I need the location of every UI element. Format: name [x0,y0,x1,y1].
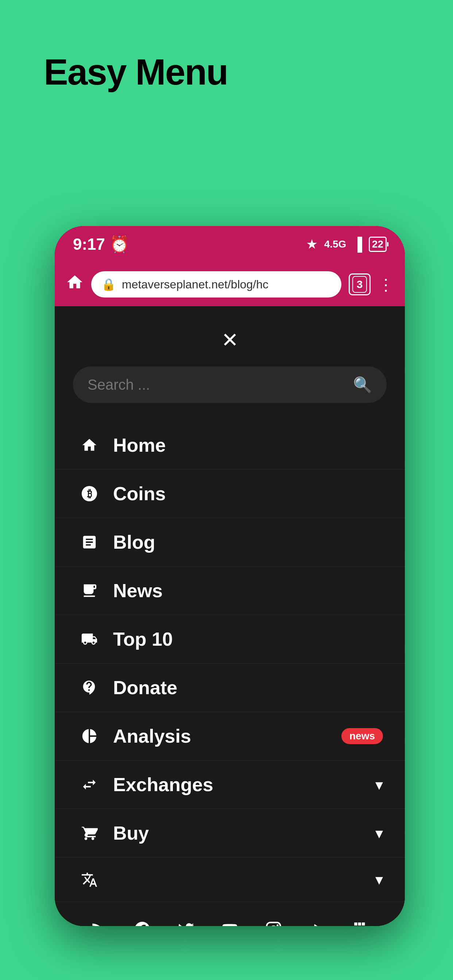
buy-chevron-icon: ▾ [375,824,383,842]
bitcoin-icon: ₿ [77,485,102,502]
instagram-icon[interactable] [265,920,283,926]
cart-icon [77,825,102,842]
menu-label-top10: Top 10 [113,628,383,650]
browser-bar: 🔒 metaverseplanet.net/blog/hc 3 ⋮ [55,262,405,306]
search-input[interactable] [88,377,346,393]
donate-icon [77,679,102,696]
menu-panel: ✕ 🔍 Home ₿ Coins [55,306,405,926]
analysis-badge: news [341,728,383,744]
menu-item-top10[interactable]: Top 10 [55,615,405,663]
menu-item-buy[interactable]: Buy ▾ [55,809,405,858]
url-bar[interactable]: 🔒 metaverseplanet.net/blog/hc [91,271,341,298]
alarm-icon: ⏰ [109,235,129,254]
url-text: metaverseplanet.net/blog/hc [122,278,331,291]
youtube-icon[interactable] [221,920,239,926]
bluetooth-icon: ★ [306,237,318,252]
time-display: 9:17 [73,235,105,253]
menu-item-coins[interactable]: ₿ Coins [55,469,405,518]
browser-menu-button[interactable]: ⋮ [378,275,394,294]
menu-label-coins: Coins [113,483,383,504]
battery-icon: 22 [369,237,387,252]
menu-label-exchanges: Exchanges [113,774,375,795]
menu-item-blog[interactable]: Blog [55,518,405,566]
browser-home-button[interactable] [65,273,84,296]
menu-item-analysis[interactable]: Analysis news [55,712,405,760]
battery-level: 22 [372,239,383,250]
page-title: Easy Menu [44,51,228,93]
menu-item-language[interactable]: ▾ [55,858,405,902]
menu-list: Home ₿ Coins Blog News [55,421,405,902]
exchange-icon [77,776,102,793]
svg-text:₿: ₿ [87,488,92,500]
menu-item-news[interactable]: News [55,566,405,615]
exchanges-chevron-icon: ▾ [375,776,383,794]
language-chevron-icon: ▾ [375,870,383,888]
signal-text: 4.5G [324,239,346,250]
menu-label-news: News [113,580,383,601]
facebook-icon[interactable] [133,920,152,926]
menu-label-blog: Blog [113,531,383,553]
delivery-icon [77,631,102,648]
close-button-container: ✕ [55,321,405,366]
chart-icon [77,728,102,745]
menu-item-home[interactable]: Home [55,421,405,469]
menu-label-home: Home [113,434,383,456]
phone-frame: 9:17 ⏰ ★ 4.5G ▐ 22 🔒 metaverseplanet.net… [55,226,405,926]
newspaper-icon [77,582,102,599]
signal-bars-icon: ▐ [353,237,362,252]
menu-label-analysis: Analysis [113,725,334,747]
close-button[interactable]: ✕ [222,328,239,352]
menu-label-buy: Buy [113,822,375,844]
twitter-icon[interactable] [177,920,195,926]
search-icon[interactable]: 🔍 [353,376,372,394]
rss-icon[interactable] [89,920,108,926]
status-right: ★ 4.5G ▐ 22 [306,237,387,252]
lock-icon: 🔒 [101,277,116,291]
home-icon [77,437,102,453]
menu-item-donate[interactable]: Donate [55,663,405,712]
menu-label-donate: Donate [113,677,383,698]
status-time: 9:17 ⏰ [73,235,129,254]
play-icon[interactable] [308,920,327,926]
menu-item-exchanges[interactable]: Exchanges ▾ [55,760,405,809]
translate-icon [77,871,102,888]
search-container: 🔍 [55,366,405,421]
blog-icon [77,534,102,550]
tab-count-button[interactable]: 3 [349,274,370,295]
search-bar[interactable]: 🔍 [73,366,387,403]
social-bar [55,902,405,926]
status-bar: 9:17 ⏰ ★ 4.5G ▐ 22 [55,226,405,262]
grid-icon[interactable] [352,920,370,926]
